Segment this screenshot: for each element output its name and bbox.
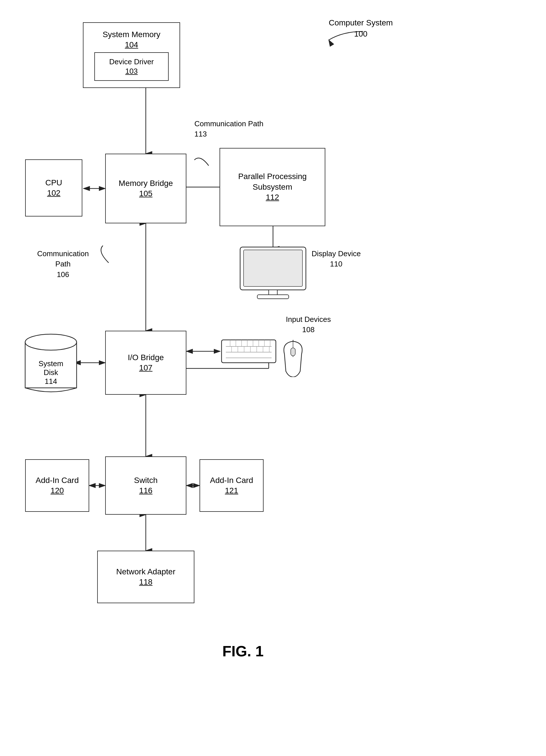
- display-device-label: Display Device 110: [312, 248, 361, 269]
- add-in-card-121-number: 121: [225, 486, 238, 496]
- cpu-number: 102: [47, 188, 61, 198]
- io-bridge-number: 107: [139, 363, 153, 373]
- memory-bridge-label: Memory Bridge: [119, 178, 173, 189]
- add-in-card-120-number: 120: [51, 486, 64, 496]
- system-disk-label: SystemDisk: [19, 359, 82, 377]
- memory-bridge-box: Memory Bridge 105: [105, 154, 186, 223]
- comm-path-113-label: Communication Path 113: [194, 119, 263, 139]
- network-adapter-label: Network Adapter: [116, 567, 175, 577]
- io-bridge-label: I/O Bridge: [128, 352, 164, 363]
- add-in-card-120-label: Add-In Card: [36, 475, 79, 486]
- cpu-box: CPU 102: [25, 159, 82, 216]
- fig-label: FIG. 1: [214, 643, 271, 660]
- diagram: Computer System 100 System Memory 104 De…: [0, 0, 546, 737]
- parallel-processing-box: Parallel Processing Subsystem 112: [219, 148, 325, 226]
- keyboard-icon: [220, 338, 277, 364]
- comm-path-106-label: Communication Path 106: [37, 248, 89, 280]
- device-driver-label: Device Driver: [109, 57, 154, 67]
- svg-rect-37: [291, 348, 295, 356]
- computer-system-label: Computer System 100: [329, 17, 393, 39]
- memory-bridge-number: 105: [139, 189, 153, 199]
- system-disk: SystemDisk 114: [19, 328, 82, 396]
- network-adapter-number: 118: [139, 577, 153, 587]
- display-device: [237, 246, 309, 300]
- switch-label: Switch: [134, 475, 157, 486]
- add-in-card-120-box: Add-In Card 120: [25, 459, 89, 512]
- system-disk-number: 114: [19, 377, 82, 386]
- add-in-card-121-label: Add-In Card: [210, 475, 253, 486]
- svg-rect-14: [243, 250, 303, 286]
- system-memory-number: 104: [125, 40, 138, 50]
- switch-box: Switch 116: [105, 456, 186, 515]
- device-driver-number: 103: [125, 67, 137, 76]
- cpu-label: CPU: [45, 178, 62, 188]
- switch-number: 116: [139, 486, 153, 496]
- system-memory-box: System Memory 104 Device Driver 103: [83, 22, 180, 88]
- parallel-processing-label: Parallel Processing Subsystem: [223, 171, 321, 192]
- network-adapter-box: Network Adapter 118: [97, 551, 194, 603]
- io-bridge-box: I/O Bridge 107: [105, 331, 186, 395]
- system-memory-label: System Memory: [103, 29, 160, 40]
- parallel-processing-number: 112: [266, 192, 279, 202]
- svg-rect-17: [221, 340, 276, 363]
- svg-rect-16: [257, 295, 289, 299]
- input-devices-label: Input Devices 108: [286, 314, 331, 335]
- mouse-icon: [280, 340, 306, 377]
- device-driver-box: Device Driver 103: [94, 52, 169, 81]
- add-in-card-121-box: Add-In Card 121: [199, 459, 263, 512]
